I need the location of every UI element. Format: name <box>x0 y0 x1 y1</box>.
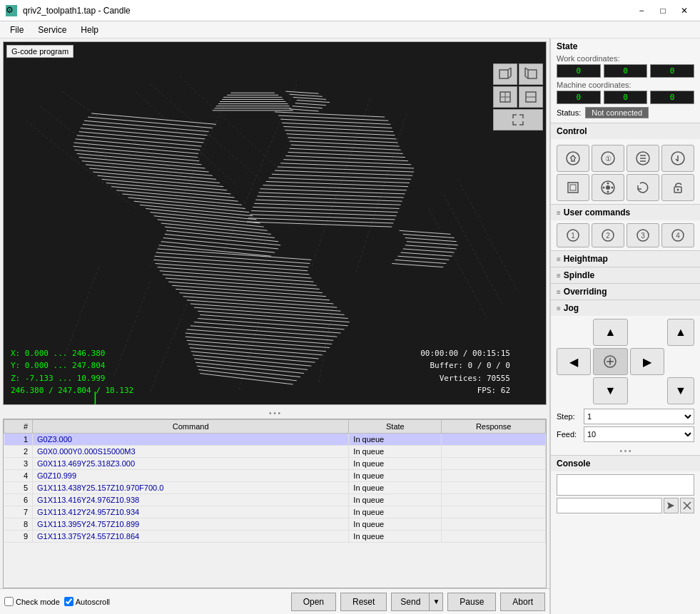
svg-line-114 <box>179 293 333 304</box>
table-row[interactable]: 3 G0X113.469Y25.318Z3.000 In queue <box>4 458 546 470</box>
reset-button[interactable]: Reset <box>340 593 387 611</box>
row-response <box>442 446 546 458</box>
ctrl-frame-button[interactable] <box>557 174 589 201</box>
buffer-info: Buffer: 0 / 0 / 0 <box>420 359 510 372</box>
send-button[interactable]: Send <box>391 593 429 611</box>
maximize-button[interactable]: □ <box>653 4 673 18</box>
close-button[interactable]: ✕ <box>674 4 694 18</box>
table-container[interactable]: # Command State Response 1 G0Z3.000 In q… <box>4 419 546 588</box>
autoscroll-label[interactable]: Autoscroll <box>64 597 110 606</box>
user-cmd-1-button[interactable]: 1 <box>557 223 589 247</box>
autoscroll-checkbox[interactable] <box>64 597 73 606</box>
svg-line-140 <box>407 242 458 245</box>
jog-down-button[interactable]: ▼ <box>593 377 627 404</box>
control-header[interactable]: Control <box>551 123 700 139</box>
jog-header[interactable]: ≡ Jog <box>551 300 700 316</box>
view-iso2-button[interactable] <box>519 63 543 85</box>
table-row[interactable]: 4 G0Z10.999 In queue <box>4 470 546 482</box>
gcode-info-left: X: 0.000 ... 246.380 Y: 0.000 ... 247.80… <box>11 347 133 397</box>
titlebar-controls[interactable]: − □ ✕ <box>631 4 694 18</box>
table-row[interactable]: 1 G0Z3.000 In queue <box>4 434 546 446</box>
svg-line-49 <box>122 194 241 205</box>
svg-line-139 <box>405 238 457 242</box>
console-clear-button[interactable] <box>680 498 695 513</box>
ctrl-run-button[interactable] <box>592 174 624 201</box>
jog-left-button[interactable]: ◀ <box>557 348 591 375</box>
user-cmd-2-button[interactable]: 2 <box>592 223 624 247</box>
svg-rect-174 <box>570 185 576 190</box>
menu-file[interactable]: File <box>3 24 31 36</box>
svg-text:3: 3 <box>641 232 645 240</box>
check-mode-label[interactable]: Check mode <box>4 597 60 606</box>
view-iso1-button[interactable] <box>493 63 517 85</box>
jog-z-up-button[interactable]: ▲ <box>667 319 694 346</box>
ctrl-reset-button[interactable] <box>627 174 659 201</box>
jog-controls: ▲ ◀ ▶ ▼ ▲ ▼ <box>551 316 700 447</box>
svg-line-46 <box>106 183 231 194</box>
user-commands-header[interactable]: ≡ User commands <box>551 204 700 220</box>
check-mode-checkbox[interactable] <box>4 597 14 606</box>
heightmap-header[interactable]: ≡ Heightmap <box>551 250 700 267</box>
step-row: Step: 1 0.1 0.01 10 <box>557 409 694 424</box>
jog-center-button[interactable] <box>593 348 627 375</box>
view-front-button[interactable] <box>493 86 517 108</box>
row-response <box>442 470 546 482</box>
row-num: 4 <box>4 470 33 482</box>
ctrl-zero-z-button[interactable] <box>627 145 659 172</box>
jog-up-button[interactable]: ▲ <box>593 319 627 346</box>
feed-select[interactable]: 10 100 500 1000 <box>584 426 694 442</box>
console-dots: • • • <box>551 447 700 455</box>
app-title: qriv2_toolpath1.tap - Candle <box>23 6 131 16</box>
svg-line-144 <box>398 256 450 260</box>
view-side-button[interactable] <box>519 86 543 108</box>
send-dropdown-button[interactable]: ▼ <box>429 593 443 611</box>
table-row[interactable]: 8 G1X113.395Y24.757Z10.899 In queue <box>4 518 546 531</box>
abort-button[interactable]: Abort <box>500 593 545 611</box>
svg-line-39 <box>79 158 206 168</box>
time-info: 00:00:00 / 00:15:15 <box>420 347 510 360</box>
ctrl-probe-button[interactable] <box>661 145 694 172</box>
jog-right-button[interactable]: ▶ <box>630 348 664 375</box>
jog-z-down-button[interactable]: ▼ <box>667 377 694 404</box>
table-row[interactable]: 2 G0X0.000Y0.000S15000M3 In queue <box>4 446 546 458</box>
svg-line-118 <box>194 307 348 318</box>
svg-line-115 <box>183 297 338 307</box>
fps-info: FPS: 62 <box>420 384 510 397</box>
spindle-title: Spindle <box>564 270 594 280</box>
table-row[interactable]: 6 G1X113.416Y24.976Z10.938 In queue <box>4 494 546 506</box>
row-num: 2 <box>4 446 33 458</box>
svg-line-138 <box>403 234 455 237</box>
svg-line-37 <box>75 150 200 160</box>
control-section: ① <box>551 139 700 204</box>
svg-line-112 <box>172 285 326 296</box>
row-num: 9 <box>4 531 33 543</box>
console-send-button[interactable] <box>664 498 679 513</box>
open-button[interactable]: Open <box>291 593 336 611</box>
z-range: Z: -7.133 ... 10.999 <box>11 372 133 385</box>
user-cmd-4-button[interactable]: 4 <box>661 223 694 247</box>
svg-point-179 <box>607 191 609 193</box>
row-response <box>442 494 546 506</box>
ctrl-unlock-button[interactable] <box>661 174 694 201</box>
table-row[interactable]: 7 G1X113.412Y24.957Z10.934 In queue <box>4 506 546 518</box>
console-input[interactable] <box>557 498 662 513</box>
console-header[interactable]: Console <box>551 455 700 471</box>
step-select[interactable]: 1 0.1 0.01 10 <box>584 409 694 424</box>
overriding-header[interactable]: ≡ Overriding <box>551 283 700 300</box>
user-cmd-3-button[interactable]: 3 <box>627 223 659 247</box>
row-state: In queue <box>349 446 442 458</box>
pause-button[interactable]: Pause <box>447 593 496 611</box>
menu-service[interactable]: Service <box>31 24 73 36</box>
view-expand-button[interactable] <box>493 109 543 131</box>
minimize-button[interactable]: − <box>631 4 651 18</box>
table-row[interactable]: 9 G1X113.375Y24.557Z10.864 In queue <box>4 531 546 543</box>
svg-point-178 <box>612 187 614 189</box>
ctrl-home-button[interactable] <box>557 145 589 172</box>
ctrl-zero-xy-button[interactable]: ① <box>592 145 624 172</box>
spindle-header[interactable]: ≡ Spindle <box>551 267 700 283</box>
machine-x-field: 0 <box>557 91 601 104</box>
row-response <box>442 434 546 446</box>
titlebar: ⚙ qriv2_toolpath1.tap - Candle − □ ✕ <box>0 0 700 21</box>
menu-help[interactable]: Help <box>73 24 106 36</box>
table-row[interactable]: 5 G1X113.438Y25.157Z10.970F700.0 In queu… <box>4 482 546 494</box>
